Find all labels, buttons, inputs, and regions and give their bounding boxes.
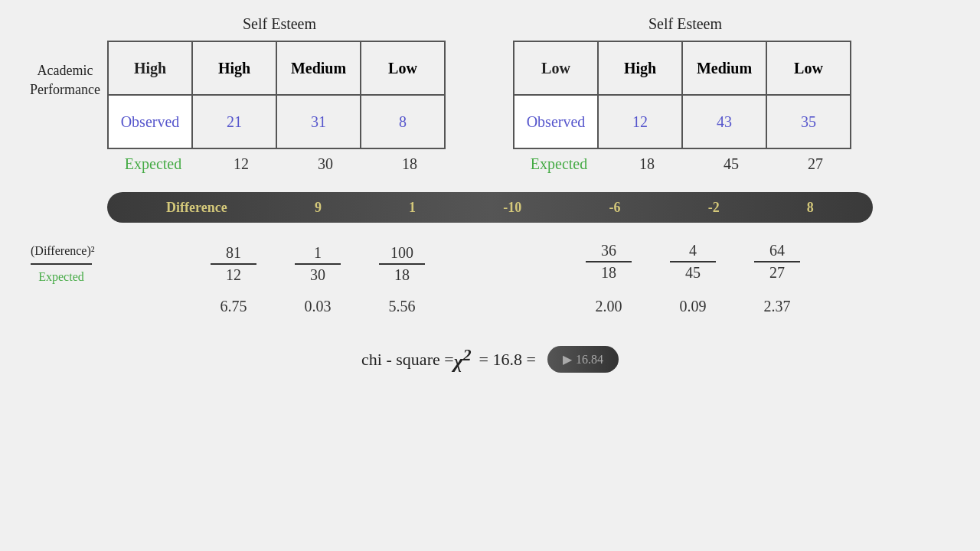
right-decimal-2: 2.37 xyxy=(735,298,819,315)
left-expected-medium: 30 xyxy=(283,155,368,173)
diff-val-5: 8 xyxy=(807,200,814,216)
left-frac-den-1: 30 xyxy=(310,265,325,284)
left-fraction-section: (Difference)² Expected 81 12 1 30 100 18 xyxy=(31,242,444,286)
right-col-header-low: Low xyxy=(766,41,851,95)
chi-square-text: chi - square = xyxy=(361,350,454,370)
right-observed-low: 35 xyxy=(766,95,851,148)
right-col-header-high: High xyxy=(598,41,682,95)
left-observed-label: Observed xyxy=(108,95,192,148)
left-expected-low: 18 xyxy=(368,155,452,173)
right-self-esteem-label: Self Esteem xyxy=(513,15,858,33)
left-decimal-0: 6.75 xyxy=(191,298,276,315)
left-expected-high: 12 xyxy=(199,155,283,173)
right-observed-medium: 43 xyxy=(682,95,766,148)
fractions-row: (Difference)² Expected 81 12 1 30 100 18… xyxy=(31,242,949,286)
left-frac-num-0: 81 xyxy=(211,244,256,265)
diff-val-0: 9 xyxy=(315,200,322,216)
left-expected-label: Expected xyxy=(107,155,199,173)
chi-square-button[interactable]: ▶ 16.84 xyxy=(547,346,619,373)
left-decimal-2: 5.56 xyxy=(360,298,444,315)
left-table-with-title: Self Esteem High High Medium Low Observe… xyxy=(107,15,452,173)
right-expected-medium: 45 xyxy=(689,155,773,173)
decimals-row: 6.75 0.03 5.56 2.00 0.09 2.37 xyxy=(31,298,949,315)
main-container: AcademicPerformance Self Esteem High Hig… xyxy=(31,15,949,373)
right-observed-label: Observed xyxy=(514,95,598,148)
diff-val-2: -10 xyxy=(503,200,521,216)
left-frac-den-0: 12 xyxy=(226,265,241,284)
right-col-header-medium: Medium xyxy=(682,41,766,95)
left-observed-low: 8 xyxy=(361,95,445,148)
difference-bar: Difference 9 1 -10 -6 -2 8 xyxy=(107,192,873,223)
left-decimal-1: 0.03 xyxy=(276,298,360,315)
academic-performance-label: AcademicPerformance xyxy=(31,61,100,99)
diff-val-4: -2 xyxy=(708,200,720,216)
chi-square-button-value: 16.84 xyxy=(576,353,603,367)
chi-symbol: χ2 xyxy=(454,346,472,373)
right-fraction-2: 64 27 xyxy=(735,242,819,282)
left-frac-num-1: 1 xyxy=(295,244,341,265)
right-decimal-1: 0.09 xyxy=(651,298,735,315)
chi-square-value: = 16.8 = xyxy=(479,350,536,370)
right-frac-num-2: 64 xyxy=(754,242,800,262)
left-col-header-medium: Medium xyxy=(276,41,361,95)
right-expected-row: Expected 18 45 27 xyxy=(513,155,858,173)
right-expected-high: 18 xyxy=(605,155,689,173)
chi-superscript: 2 xyxy=(463,346,472,364)
left-table-section: AcademicPerformance Self Esteem High Hig… xyxy=(31,15,452,173)
left-col-header-low: Low xyxy=(361,41,445,95)
tables-row: AcademicPerformance Self Esteem High Hig… xyxy=(31,15,949,173)
right-fraction-section: 36 18 4 45 64 27 xyxy=(567,242,819,282)
right-table-section: Self Esteem Low High Medium Low Observed xyxy=(513,15,858,173)
fraction-numerator-label: (Difference)² xyxy=(31,242,92,260)
right-expected-label: Expected xyxy=(513,155,605,173)
right-frac-den-1: 45 xyxy=(685,262,701,282)
left-row-header-label: High xyxy=(108,41,192,95)
right-frac-den-2: 27 xyxy=(769,262,785,282)
diff-label: Difference xyxy=(166,200,227,216)
left-frac-den-2: 18 xyxy=(394,265,410,284)
right-row-header-label: Low xyxy=(514,41,598,95)
right-observed-high: 12 xyxy=(598,95,682,148)
right-contingency-table: Low High Medium Low Observed 12 43 35 xyxy=(513,41,851,149)
chi-square-button-label: ▶ xyxy=(563,352,572,367)
right-frac-num-0: 36 xyxy=(586,242,632,262)
right-decimal-0: 2.00 xyxy=(567,298,651,315)
left-fraction-0: 81 12 xyxy=(191,244,276,284)
diff-val-3: -6 xyxy=(609,200,620,216)
chi-square-row: chi - square = χ2 = 16.8 = ▶ 16.84 xyxy=(361,346,619,373)
left-expected-row: Expected 12 30 18 xyxy=(107,155,452,173)
right-frac-num-1: 4 xyxy=(670,242,716,262)
right-frac-den-0: 18 xyxy=(601,262,616,282)
left-fraction-1: 1 30 xyxy=(276,244,360,284)
right-fraction-0: 36 18 xyxy=(567,242,651,282)
left-observed-medium: 31 xyxy=(276,95,361,148)
right-expected-low: 27 xyxy=(773,155,858,173)
left-observed-high: 21 xyxy=(192,95,276,148)
diff-val-1: 1 xyxy=(409,200,416,216)
left-fraction-2: 100 18 xyxy=(360,244,444,284)
left-frac-num-2: 100 xyxy=(379,244,425,265)
right-fraction-1: 4 45 xyxy=(651,242,735,282)
left-self-esteem-label: Self Esteem xyxy=(107,15,452,33)
left-col-header-high: High xyxy=(192,41,276,95)
left-contingency-table: High High Medium Low Observed 21 31 8 xyxy=(107,41,446,149)
fraction-denominator-label: Expected xyxy=(31,263,92,286)
right-table-with-title: Self Esteem Low High Medium Low Observed xyxy=(513,15,858,173)
fraction-label-area: (Difference)² Expected xyxy=(31,242,100,286)
